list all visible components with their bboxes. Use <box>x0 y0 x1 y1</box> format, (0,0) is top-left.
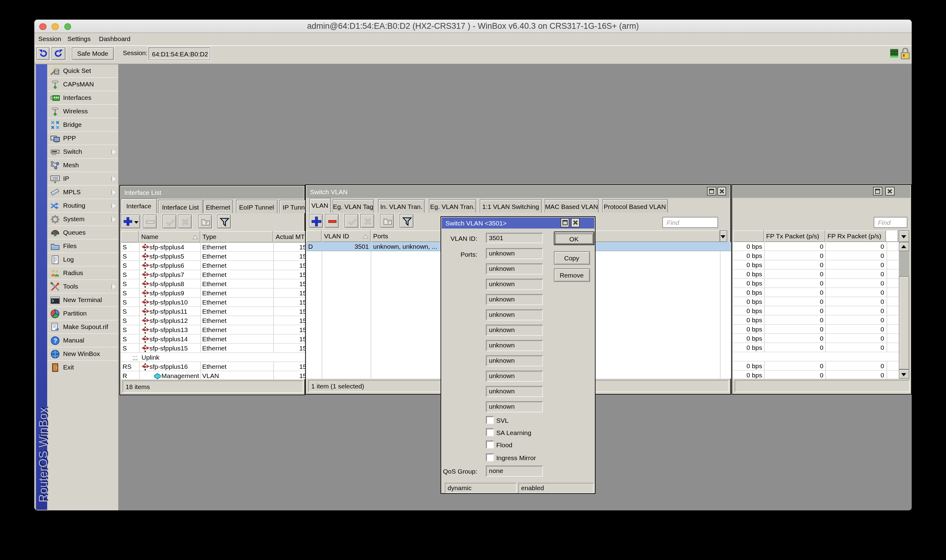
svg-text:255: 255 <box>52 177 58 181</box>
svg-text:?: ? <box>53 337 57 344</box>
